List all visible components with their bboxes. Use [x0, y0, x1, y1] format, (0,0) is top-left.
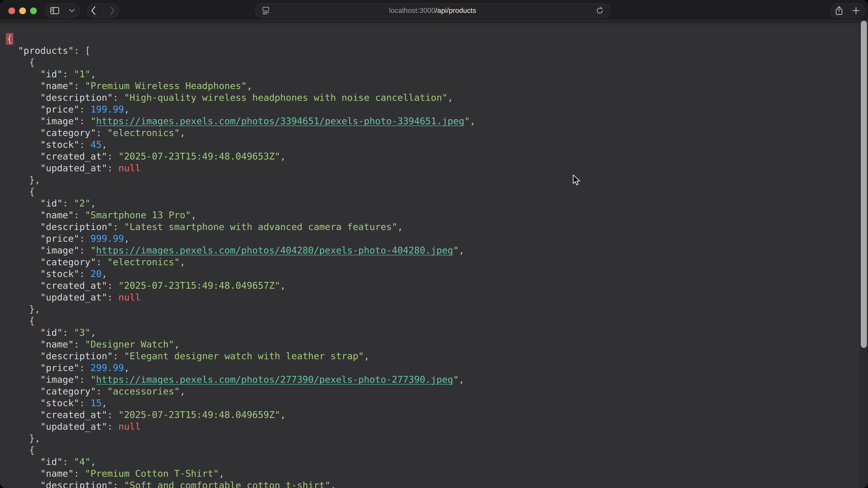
share-button[interactable] [835, 6, 843, 15]
nav-divider [103, 6, 103, 15]
sidebar-icon [50, 7, 59, 14]
image-url-link[interactable]: https://images.pexels.com/photos/3394651… [96, 116, 464, 127]
json-viewer: { "products": [ { "id": "1", "name": "Pr… [0, 20, 868, 488]
close-button[interactable] [8, 7, 15, 14]
address-bar[interactable]: localhost:3000/api/products [255, 3, 611, 18]
page-settings-button[interactable] [262, 6, 269, 15]
scrollbar-thumb[interactable] [861, 21, 867, 348]
actions-pill [830, 3, 865, 18]
image-url-link[interactable]: https://images.pexels.com/photos/277390/… [96, 374, 453, 385]
reload-button[interactable] [596, 7, 604, 14]
back-button[interactable] [91, 6, 96, 15]
reload-icon [596, 7, 604, 14]
new-tab-button[interactable] [852, 7, 860, 14]
json-response-body: { "products": [ { "id": "1", "name": "Pr… [0, 20, 868, 488]
chevron-left-icon [91, 6, 96, 15]
sidebar-menu-button[interactable] [69, 9, 75, 12]
chevron-right-icon [110, 6, 115, 15]
share-icon [835, 6, 843, 15]
nav-pill [87, 3, 119, 18]
url-text: localhost:3000/api/products [255, 4, 610, 18]
minimize-button[interactable] [19, 7, 26, 14]
sidebar-toggle-button[interactable] [50, 7, 59, 14]
image-url-link[interactable]: https://images.pexels.com/photos/404280/… [96, 245, 453, 256]
sidebar-pill [45, 3, 80, 18]
url-path: /api/products [435, 6, 476, 15]
browser-toolbar: localhost:3000/api/products [0, 0, 868, 20]
url-host: localhost:3000 [389, 6, 435, 15]
chevron-down-icon [69, 9, 75, 12]
plus-icon [852, 7, 860, 14]
page-settings-icon [262, 6, 269, 15]
zoom-button[interactable] [30, 7, 37, 14]
forward-button[interactable] [110, 6, 115, 15]
safari-window: localhost:3000/api/products [0, 0, 868, 488]
